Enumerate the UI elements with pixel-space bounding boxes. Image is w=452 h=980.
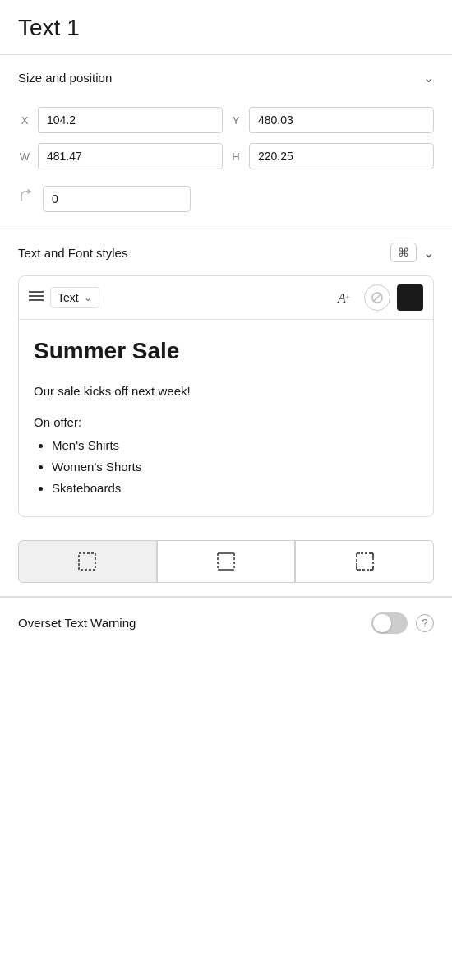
style-dropdown-label: Text — [58, 291, 79, 304]
text-headline: Summer Sale — [34, 333, 418, 370]
x-input[interactable] — [38, 107, 223, 133]
size-and-position-section: Size and position ⌄ X Y W H — [0, 55, 452, 229]
text-font-section: Text and Font styles ⌘ ⌄ Text ⌄ — [0, 229, 452, 597]
font-style-icon[interactable]: A + — [333, 285, 357, 310]
frame-auto-height-icon — [214, 550, 238, 573]
frame-type-fixed-button[interactable] — [18, 540, 157, 583]
frame-auto-size-icon — [353, 550, 376, 573]
y-input[interactable] — [249, 107, 434, 133]
size-and-position-title: Size and position — [18, 71, 112, 85]
frame-type-auto-height-button[interactable] — [157, 540, 296, 583]
position-fields: X Y W H — [0, 100, 452, 186]
frame-type-auto-size-button[interactable] — [295, 540, 434, 583]
list-item: Men's Shirts — [52, 436, 418, 455]
text-font-chevron-icon: ⌄ — [423, 245, 434, 261]
frame-type-row — [0, 530, 452, 596]
overset-label: Overset Text Warning — [18, 616, 136, 630]
svg-rect-7 — [79, 553, 95, 570]
no-color-icon[interactable] — [364, 284, 390, 311]
frame-fixed-icon — [76, 550, 99, 573]
overset-toggle[interactable] — [371, 612, 408, 634]
align-icon — [29, 290, 44, 305]
overset-controls: ? — [371, 612, 434, 634]
size-position-chevron-icon: ⌄ — [423, 70, 434, 86]
svg-text:+: + — [345, 293, 350, 302]
page-title: Text 1 — [18, 15, 434, 41]
rotation-input[interactable] — [43, 186, 191, 212]
style-dropdown-chevron-icon: ⌄ — [84, 292, 92, 303]
text-style-dropdown[interactable]: Text ⌄ — [50, 287, 99, 308]
w-input[interactable] — [38, 143, 223, 169]
font-section-controls: ⌘ ⌄ — [390, 243, 434, 262]
text-toolbar: Text ⌄ A + — [19, 276, 433, 320]
text-body: Our sale kicks off next week! — [34, 381, 418, 401]
svg-line-6 — [373, 294, 381, 302]
text-offer-label: On offer: — [34, 413, 418, 432]
toggle-thumb — [373, 614, 391, 632]
size-and-position-header[interactable]: Size and position ⌄ — [0, 55, 452, 100]
cmd-badge: ⌘ — [390, 243, 417, 262]
overset-text-warning-row: Overset Text Warning ? — [0, 597, 452, 649]
help-icon[interactable]: ? — [416, 614, 434, 632]
x-label: X — [18, 114, 31, 127]
h-label: H — [229, 150, 242, 163]
color-swatch[interactable] — [397, 284, 423, 311]
list-item: Skateboards — [52, 478, 418, 498]
text-list: Men's Shirts Women's Shorts Skateboards — [34, 436, 418, 498]
list-item: Women's Shorts — [52, 457, 418, 477]
y-label: Y — [229, 114, 242, 127]
rotation-icon — [18, 189, 36, 210]
text-font-header[interactable]: Text and Font styles ⌘ ⌄ — [0, 229, 452, 275]
rotation-row — [0, 186, 452, 229]
text-content-area: Summer Sale Our sale kicks off next week… — [19, 320, 433, 516]
svg-rect-12 — [357, 553, 373, 570]
text-preview-card: Text ⌄ A + Summer — [18, 275, 434, 517]
h-input[interactable] — [249, 143, 434, 169]
w-label: W — [18, 150, 31, 163]
text-font-title: Text and Font styles — [18, 246, 127, 260]
header: Text 1 — [0, 0, 452, 55]
